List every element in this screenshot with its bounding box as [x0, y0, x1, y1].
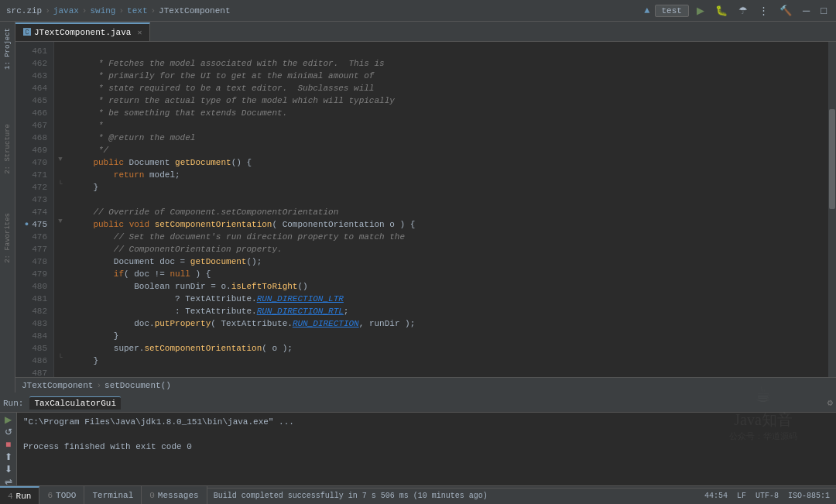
fold-button[interactable]: ▼	[58, 218, 62, 225]
fold-marker	[54, 302, 67, 314]
run-config-dropdown[interactable]: test	[655, 5, 689, 17]
more-run-button[interactable]: ⋮	[755, 3, 772, 18]
main-layout: 1: Project 2: Structure 2: Favorites 🅲 J…	[0, 22, 836, 393]
debug-button[interactable]: 🐛	[712, 3, 731, 18]
fold-marker	[54, 54, 67, 67]
bottom-panel: Run: TaxCalculatorGui ⚙ ▶ ↺ ■ ⬆ ⬇ ⇌ "C:\…	[0, 393, 836, 485]
code-line: */	[67, 144, 828, 156]
line-number: 465	[15, 94, 47, 107]
code-line: public void setComponentOrientation( Com…	[67, 218, 828, 231]
arrow-up-icon: ▲	[644, 5, 649, 16]
line-number: 476	[15, 231, 47, 243]
run-tab-active[interactable]: TaxCalculatorGui	[29, 396, 121, 410]
line-numbers: 4614624634644654664674684694704714724734…	[15, 42, 54, 377]
run-stop-button[interactable]: ■	[5, 439, 12, 450]
tab-messages[interactable]: 0 Messages	[142, 486, 207, 505]
code-line: * primarily for the UI to get at the min…	[67, 70, 828, 82]
run-scroll-end[interactable]: ⬇	[4, 464, 13, 475]
fold-marker	[54, 203, 67, 215]
run-output: "C:\Program Files\Java\jdk1.8.0_151\bin\…	[17, 413, 836, 485]
code-line: Document doc = getDocument();	[67, 255, 828, 268]
bottom-tab-bar: 4 Run 6 TODO Terminal 0 Messages Build c…	[0, 485, 836, 504]
code-line	[67, 367, 828, 377]
fold-marker	[54, 277, 67, 290]
code-line: super.setComponentOrientation( o );	[67, 342, 828, 355]
tab-todo[interactable]: 6 TODO	[39, 486, 84, 505]
vertical-scrollbar[interactable]	[828, 42, 836, 377]
code-line: public Document getDocument() {	[67, 156, 828, 169]
breadcrumb-class[interactable]: JTextComponent	[159, 6, 230, 15]
fold-marker: ▼	[54, 215, 67, 228]
todo-tab-label: TODO	[56, 491, 76, 500]
line-number: 471	[15, 169, 47, 181]
todo-num: 6	[47, 491, 53, 500]
run-rerun-button[interactable]: ↺	[4, 427, 13, 437]
editor-tab-jtextcomponent[interactable]: 🅲 JTextComponent.java ✕	[15, 22, 150, 41]
code-line: }	[67, 355, 828, 367]
line-number: 463	[15, 70, 47, 82]
line-number: 479	[15, 268, 47, 280]
fold-marker	[54, 364, 67, 376]
line-number: 484	[15, 330, 47, 342]
run-label: Run:	[3, 399, 23, 408]
fold-button[interactable]: ▼	[58, 156, 62, 163]
breadcrumb-class-label: JTextComponent	[22, 381, 93, 390]
fold-marker	[54, 339, 67, 351]
line-number: 473	[15, 194, 47, 206]
breadcrumb-javax[interactable]: javax	[53, 6, 79, 15]
line-number: 482	[15, 305, 47, 317]
coverage-button[interactable]: ☂	[735, 3, 751, 18]
bookmark-icon: ●	[25, 218, 29, 231]
run-button[interactable]: ▶	[694, 3, 708, 18]
code-line: ? TextAttribute.RUN_DIRECTION_LTR	[67, 293, 828, 305]
line-number: 478	[15, 255, 47, 268]
project-icon[interactable]: 1: Project	[2, 25, 13, 73]
watermark-subtitle: 公众号：华道源码	[729, 430, 797, 442]
status-right: 44:54 LF UTF-8 ISO-885:1	[704, 492, 830, 500]
run-wrap-button[interactable]: ⇌	[4, 476, 13, 485]
line-number: 477	[15, 243, 47, 255]
line-number: 485	[15, 342, 47, 355]
build-status: Build completed successfully in 7 s 506 …	[214, 492, 488, 500]
time-display: 44:54	[704, 492, 728, 500]
line-number: 461	[15, 45, 47, 57]
run-gear-icon[interactable]: ⚙	[827, 397, 833, 409]
line-number: 472	[15, 181, 47, 194]
line-number: ●475	[15, 218, 47, 231]
run-scroll-top[interactable]: ⬆	[4, 451, 13, 462]
code-line: // ComponentOrientation property.	[67, 243, 828, 255]
code-line: * state required to be a text editor. Su…	[67, 82, 828, 94]
editor-container: 🅲 JTextComponent.java ✕ 4614624634644654…	[15, 22, 836, 393]
tab-run[interactable]: 4 Run	[0, 486, 39, 505]
line-number: 480	[15, 280, 47, 293]
window-min-button[interactable]: ─	[800, 3, 813, 18]
run-play-button[interactable]: ▶	[4, 414, 12, 425]
code-line: : TextAttribute.RUN_DIRECTION_RTL;	[67, 305, 828, 317]
fold-marker	[54, 290, 67, 302]
code-line: * @return the model	[67, 132, 828, 144]
breadcrumb-text[interactable]: text	[127, 6, 147, 15]
tab-terminal[interactable]: Terminal	[84, 486, 142, 505]
line-col-display: ISO-885:1	[788, 492, 830, 500]
line-number: 464	[15, 82, 47, 94]
structure-icon[interactable]: 2: Structure	[2, 121, 13, 177]
fold-marker	[54, 42, 67, 54]
watermark-logo: ☕ Java知音 公众号：华道源码	[729, 379, 797, 442]
tab-label: JTextComponent.java	[34, 28, 131, 37]
breadcrumb-src[interactable]: src.zip	[6, 6, 42, 15]
code-line: }	[67, 181, 828, 194]
window-restore-button[interactable]: □	[817, 3, 830, 18]
editor-breadcrumb: JTextComponent › setDocument()	[15, 377, 836, 393]
charset-display: UTF-8	[755, 492, 779, 500]
run-tab-label: Run	[16, 492, 32, 501]
tab-close-icon[interactable]: ✕	[137, 28, 142, 37]
breadcrumb-swing[interactable]: swing	[90, 6, 115, 15]
fold-marker: ▼	[54, 153, 67, 166]
run-tab-bar: Run: TaxCalculatorGui ⚙	[0, 394, 836, 413]
run-content: ▶ ↺ ■ ⬆ ⬇ ⇌ "C:\Program Files\Java\jdk1.…	[0, 413, 836, 485]
breadcrumb-method-label: setDocument()	[104, 381, 171, 390]
code-area[interactable]: * Fetches the model associated with the …	[67, 42, 828, 377]
build-button[interactable]: 🔨	[776, 3, 795, 18]
favorites-icon[interactable]: 2: Favorites	[2, 210, 13, 266]
code-line: return model;	[67, 169, 828, 181]
